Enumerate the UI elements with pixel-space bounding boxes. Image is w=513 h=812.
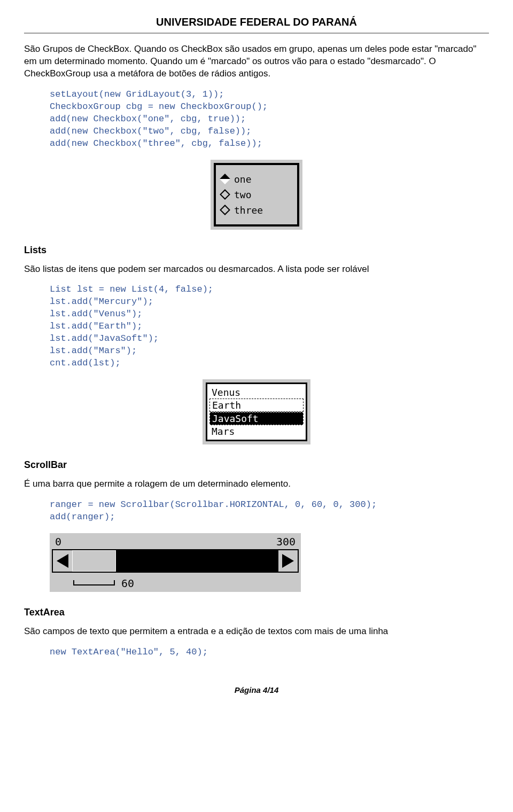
radio-label: two <box>234 189 252 200</box>
scroll-thumb-label: 60 <box>121 577 134 590</box>
arrow-left-icon <box>53 550 72 572</box>
figure-scrollbar: 0 300 60 <box>50 533 489 592</box>
diamond-icon <box>220 189 230 200</box>
code-block-scrollbar: ranger = new Scrollbar(Scrollbar.HORIZON… <box>50 499 489 524</box>
scrollbar-paragraph: É uma barra que permite a rolagem de um … <box>24 478 489 490</box>
heading-scrollbar: ScrollBar <box>24 459 489 471</box>
scroll-min-label: 0 <box>55 535 61 548</box>
header-divider <box>24 33 489 34</box>
scroll-thumb <box>72 550 116 572</box>
list-item: Earth <box>209 399 304 412</box>
list-item: Mars <box>209 425 304 438</box>
list-item-selected: JavaSoft <box>209 412 304 425</box>
scroll-max-label: 300 <box>276 535 296 548</box>
radio-option-three: three <box>221 205 292 216</box>
radio-label: one <box>234 174 252 185</box>
diamond-icon <box>220 205 230 215</box>
lists-paragraph: São listas de itens que podem ser marcad… <box>24 263 489 276</box>
code-block-textarea: new TextArea("Hello", 5, 40); <box>50 646 489 659</box>
textarea-paragraph: São campos de texto que permitem a entra… <box>24 626 489 638</box>
code-block-checkboxgroup: setLayout(new GridLayout(3, 1)); Checkbo… <box>50 89 489 150</box>
radio-option-two: two <box>221 189 292 200</box>
bracket-indicator <box>73 578 115 585</box>
scroll-track <box>72 550 278 572</box>
figure-radio-group: one two three <box>24 160 489 230</box>
figure-list-widget: Venus Earth JavaSoft Mars <box>24 379 489 444</box>
arrow-right-icon <box>278 550 298 572</box>
heading-lists: Lists <box>24 245 489 256</box>
heading-textarea: TextArea <box>24 607 489 618</box>
radio-label: three <box>234 205 263 216</box>
page-footer: Página 4/14 <box>24 685 489 694</box>
intro-paragraph: São Grupos de CheckBox. Quando os CheckB… <box>24 43 489 80</box>
list-item: Venus <box>209 386 304 399</box>
diamond-icon <box>220 174 230 184</box>
page-header-title: UNIVERSIDADE FEDERAL DO PARANÁ <box>24 16 489 28</box>
radio-option-one: one <box>221 174 292 185</box>
code-block-lists: List lst = new List(4, false); lst.add("… <box>50 284 489 370</box>
